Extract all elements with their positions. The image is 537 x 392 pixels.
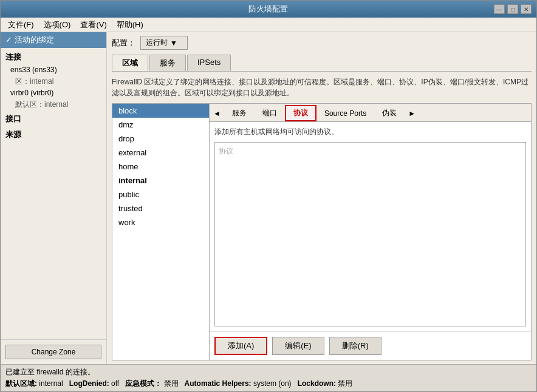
tab-left-arrow[interactable]: ◄ [210,108,224,119]
zone-item-public[interactable]: public [112,188,209,201]
tab-services[interactable]: 服务 [149,55,186,71]
config-label: 配置： [112,38,135,49]
zone-item-external[interactable]: external [112,146,209,160]
detail-tab-services[interactable]: 服务 [224,106,255,121]
main-area: ✓ 活动的绑定 连接 ens33 (ens33) 区：internal virb… [1,32,536,364]
protocol-list-box: 协议 [214,142,526,326]
minimize-button[interactable]: — [494,4,505,14]
protocol-description: 添加所有主机或网络均可访问的协议。 [214,127,526,137]
active-bindings-header: ✓ 活动的绑定 [1,32,106,48]
tab-right-arrow[interactable]: ► [405,108,419,119]
config-dropdown-value: 运行时 [146,38,168,48]
menu-view[interactable]: 查看(V) [75,18,111,32]
action-buttons: 添加(A) 编辑(E) 删除(R) [210,331,531,360]
sources-label: 来源 [1,126,106,141]
status-panic-value: 禁用 [164,379,179,388]
zone-item-internal[interactable]: internal [112,174,209,188]
status-helpers-label: Automatic Helpers: [185,379,251,388]
status-logdenied-value: off [111,379,119,388]
config-bar: 配置： 运行时 ▼ [112,36,532,50]
status-bar: 已建立至 firewalld 的连接。 默认区域: internal LogDe… [1,364,536,391]
maximize-button[interactable]: □ [507,4,518,14]
protocol-placeholder: 协议 [217,145,523,158]
status-lockdown-label: Lockdown: [298,379,336,388]
protocol-content: 添加所有主机或网络均可访问的协议。 协议 [210,122,531,331]
sidebar-item-virbr0[interactable]: virbr0 (virbr0) [1,87,106,100]
menu-options[interactable]: 选项(O) [39,18,76,32]
sidebar-bottom: Change Zone [1,339,106,364]
change-zone-button[interactable]: Change Zone [5,345,101,359]
status-helpers-value: system (on) [253,379,292,388]
status-line1: 已建立至 firewalld 的连接。 [5,367,532,378]
tab-ipsets[interactable]: IPSets [187,55,231,71]
interfaces-label: 接口 [1,110,106,126]
status-default-zone-value: internal [39,379,63,388]
zone-item-block[interactable]: block [112,104,209,118]
menu-file[interactable]: 文件(F) [3,18,39,32]
menu-bar: 文件(F) 选项(O) 查看(V) 帮助(H) [1,18,536,32]
edit-button[interactable]: 编辑(E) [272,337,324,355]
connections-label: 连接 [1,48,106,64]
tab-zones[interactable]: 区域 [112,55,148,71]
zone-item-work[interactable]: work [112,215,209,229]
window-controls: — □ ✕ [494,4,532,14]
detail-tab-protocol[interactable]: 协议 [285,105,316,121]
status-panic-label: 应急模式： [125,379,162,388]
sidebar-item-ens33[interactable]: ens33 (ens33) [1,64,106,76]
detail-tabs: ◄ 服务 端口 协议 Source Ports 伪装 ► [210,104,531,122]
status-logdenied-label: LogDenied: [69,379,109,388]
status-lockdown-value: 禁用 [338,379,352,388]
zone-list: block dmz drop external home internal pu… [112,104,210,360]
status-line2: 默认区域: internal LogDenied: off 应急模式： 禁用 A… [5,378,532,390]
close-button[interactable]: ✕ [521,4,532,14]
zone-detail-area: ◄ 服务 端口 协议 Source Ports 伪装 ► 添加所有主机或网络均可… [210,104,531,360]
zone-item-home[interactable]: home [112,160,209,174]
sidebar-item-ens33-zone: 区：internal [1,76,106,87]
title-bar: 防火墙配置 — □ ✕ [1,1,536,18]
zone-panel: block dmz drop external home internal pu… [112,103,532,360]
sidebar-item-virbr0-zone: 默认区：internal [1,100,106,110]
main-window: 防火墙配置 — □ ✕ 文件(F) 选项(O) 查看(V) 帮助(H) ✓ 活动… [0,0,537,392]
status-default-zone-label: 默认区域: [5,379,37,388]
zone-description: FirewallD 区域定义了绑定的网络连接、接口以及源地址的可信程度。区域是服… [112,76,532,98]
detail-tab-masquerade[interactable]: 伪装 [374,106,405,121]
zone-item-trusted[interactable]: trusted [112,201,209,215]
content-area: 配置： 运行时 ▼ 区域 服务 IPSets FirewallD 区域定义了绑定… [107,32,536,364]
menu-help[interactable]: 帮助(H) [112,18,148,32]
window-title: 防火墙配置 [42,4,494,15]
sidebar: ✓ 活动的绑定 连接 ens33 (ens33) 区：internal virb… [1,32,107,364]
add-button[interactable]: 添加(A) [214,337,267,355]
detail-tab-source-ports[interactable]: Source Ports [316,107,374,120]
zone-item-drop[interactable]: drop [112,132,209,146]
detail-tab-ports[interactable]: 端口 [255,106,285,121]
main-tabs: 区域 服务 IPSets [112,55,532,72]
delete-button[interactable]: 删除(R) [329,337,381,355]
zone-item-dmz[interactable]: dmz [112,118,209,132]
config-dropdown[interactable]: 运行时 ▼ [140,36,188,50]
config-dropdown-arrow: ▼ [170,39,177,47]
